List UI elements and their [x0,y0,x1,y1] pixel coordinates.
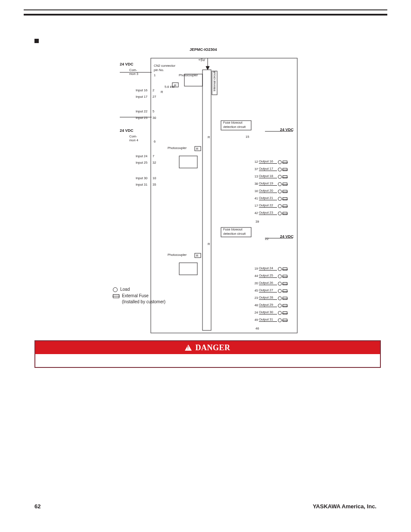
r-top: R [174,84,176,87]
output-label: Output 31 [259,317,277,322]
vdc24-right1: 24 VDC [280,128,294,132]
fuse-icon [283,183,287,186]
p32: 32 [153,161,156,165]
in25: Input 25 [136,161,147,165]
pin1: 1 [154,73,156,77]
load-icon [278,304,282,308]
output-pin: 45 [252,289,258,292]
output-label: Output 24 [259,266,277,271]
fuse-icon [283,275,287,278]
p35: 35 [153,183,156,187]
vdc24-right2: 24 VDC [280,234,294,239]
legend-load: Load [120,286,130,293]
fuse-icon [283,268,287,271]
in16: Input 16 [136,88,147,92]
output-pin: 42 [252,211,258,215]
output-pin: 38 [252,182,258,186]
fuse-icon [283,289,287,292]
svg-rect-12 [179,263,197,275]
fuse-icon [283,190,287,193]
output-row: 45Output 27 [252,287,287,293]
output-label: Output 28 [259,296,277,300]
output-row: 42Output 23 [252,210,287,216]
r-top2: R [161,90,163,94]
module-title: JEPMC-IO2304 [190,47,217,52]
in31: Input 31 [136,183,147,187]
p10: 10 [153,176,156,180]
load-icon [278,296,282,300]
common4b: mon 4 [129,138,138,142]
output-pin: 24 [252,311,258,314]
output-row: 49Output 31 [252,317,287,323]
fuse-icon [283,175,287,178]
output-row: 20Output 26 [252,280,287,286]
photocoupler-top: Photocoupler [179,73,198,77]
output-pin: 37 [252,167,258,171]
fuse-icon [283,304,287,307]
internal-circuit: Internal circuit [212,71,216,91]
load-icon [278,267,282,271]
load-icon [278,318,282,322]
output-row: 23Output 28 [252,295,287,301]
output-pin: 20 [252,281,258,285]
photocoupler-mid: Photocoupler [168,146,187,150]
photocoupler-bot: Photocoupler [168,253,187,257]
output-row: 16Output 20 [252,188,287,194]
load-icon [278,282,282,286]
fuse-icon [283,319,287,322]
load-icon [278,289,282,293]
output-pin: 17 [252,204,258,208]
load-icon [278,274,282,278]
p5: 5 [153,109,154,113]
danger-box: DANGER [34,340,381,368]
output-pin: 41 [252,196,258,200]
p7: 7 [153,154,154,158]
fuse-icon [283,282,287,285]
plus5v-label: +5V [198,58,205,62]
load-icon [278,182,282,186]
pin6: 6 [154,140,156,143]
pin39: 39 [255,220,259,224]
output-label: Output 21 [259,196,277,200]
load-icon [278,175,282,179]
fuse2a: Fuse blowout [223,227,243,231]
output-row: 13Output 18 [252,173,287,179]
fuse-icon [283,212,287,215]
vdc24-top: 24 VDC [120,62,134,66]
fuse-icon [113,294,119,298]
danger-title: DANGER [195,343,230,352]
output-row: 12Output 16 [252,159,287,165]
fuse-icon [283,311,287,314]
warning-triangle-icon [185,345,192,351]
pin22: 22 [265,237,268,241]
output-pin: 12 [252,160,258,164]
fuse1a: Fuse blowout [223,121,243,124]
page-number: 62 [34,503,40,510]
output-pin: 49 [252,318,258,322]
output-label: Output 30 [259,310,277,314]
cn2-b: pin No. [154,68,164,72]
output-row: 41Output 21 [252,195,287,201]
vdc24-mid: 24 VDC [120,128,134,133]
load-icon [278,197,282,201]
load-icon [113,287,118,292]
output-label: Output 17 [259,167,277,171]
fuse-icon [283,205,287,208]
pin15: 15 [246,135,249,139]
output-row: 48Output 29 [252,302,287,308]
in24: Input 24 [136,154,147,158]
pin46: 46 [255,327,259,330]
r-mid2: R [208,135,210,139]
fuse-icon [283,197,287,200]
load-icon [278,204,282,208]
in30: Input 30 [136,176,147,180]
output-label: Output 19 [259,181,277,186]
fuse1b: detection circuit [223,125,246,129]
fuse-icon [283,168,287,171]
output-pin: 16 [252,189,258,193]
output-row: 37Output 17 [252,166,287,172]
load-icon [278,311,282,315]
in17: Input 17 [136,95,147,99]
output-row: 19Output 24 [252,265,287,271]
common3a: Com- [129,68,137,72]
